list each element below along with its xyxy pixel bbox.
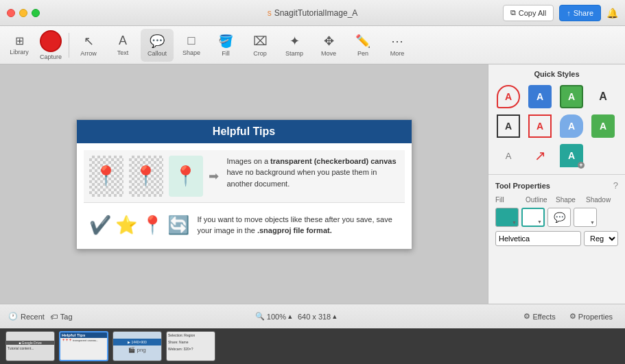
style-item-4[interactable]: A [590, 84, 616, 110]
canvas-row-1: 📍 📍 📍 ➡ Images on a transparent (checker… [84, 150, 405, 203]
fill-color-swatch[interactable] [495, 208, 519, 227]
thumb-4-inner: Selection: Region Share: Name Webcam: 32… [167, 332, 215, 361]
shadow-swatch[interactable] [574, 208, 597, 227]
icon-row-2: ✔️ ⭐ 📍 🔄 [89, 214, 189, 236]
style-item-2[interactable]: A [527, 84, 553, 110]
library-icon: ⊞ [15, 34, 24, 47]
thumbnail-2[interactable]: Helpful Tips 📍📍📍 transparent canvas... [59, 331, 108, 361]
style-item-5[interactable]: A [495, 113, 521, 139]
style-red-border-a: A [528, 114, 552, 138]
style-item-7[interactable]: A [558, 113, 585, 139]
font-style-select[interactable]: Regular [584, 231, 618, 246]
text-tool[interactable]: A Text [106, 29, 139, 62]
style-item-9[interactable]: A [495, 143, 521, 169]
fill-tool[interactable]: 🪣 Fill [209, 29, 242, 62]
minimize-button[interactable] [19, 9, 27, 17]
star-icon: ⭐ [115, 215, 137, 236]
style-plain-a: A [599, 90, 607, 103]
move-tool[interactable]: ✥ Move [312, 29, 345, 62]
zoom-control[interactable]: 🔍 100% ▴ [255, 312, 292, 321]
shape-tool[interactable]: □ Shape [175, 29, 208, 62]
quick-styles-title: Quick Styles [495, 70, 618, 78]
share-button[interactable]: ↑ Share [559, 5, 601, 21]
callout-icon: 💬 [150, 34, 165, 49]
outline-label: Outline [526, 196, 553, 204]
library-button[interactable]: ⊞ Library [4, 29, 34, 62]
canvas-row-2: ✔️ ⭐ 📍 🔄 If you want to move objects lik… [84, 208, 405, 242]
text-icon: A [119, 34, 127, 48]
close-button[interactable] [7, 9, 15, 17]
checkmark-icon: ✔️ [89, 215, 111, 236]
copy-all-button[interactable]: ⧉ Copy All [503, 5, 554, 21]
clock-icon: 🕐 [8, 312, 18, 321]
pin-icon: 📍 [141, 215, 163, 236]
font-family-select[interactable]: Helvetica [495, 231, 581, 246]
canvas-area[interactable]: Helpful Tips 📍 📍 📍 [0, 64, 488, 304]
style-item-8[interactable]: A [590, 113, 616, 139]
canvas-text-1: Images on a transparent (checkerboard) c… [227, 156, 399, 197]
properties-button[interactable]: ⚙ Properties [565, 311, 617, 322]
thumbnails-bar: ■ Google Drive Tutorial content... Helpf… [0, 328, 625, 364]
style-bordered-a: A [497, 114, 520, 138]
more-icon: ⋯ [391, 34, 403, 49]
zoom-icon: 🔍 [255, 312, 265, 321]
effects-button[interactable]: ⚙ Effects [519, 311, 559, 322]
capture-button[interactable]: Capture [36, 29, 66, 62]
tool-properties-section: Tool Properties ? Fill Outline Shape Sha… [488, 175, 625, 254]
tool-properties-title: Tool Properties [495, 182, 550, 190]
shadow-label: Shadow [586, 196, 613, 204]
right-panel: Quick Styles A A A A A A [488, 64, 625, 304]
arrow-tool[interactable]: ↖ Arrow [72, 29, 105, 62]
fill-icon: 🪣 [218, 34, 233, 49]
canvas-header: Helpful Tips [77, 120, 412, 143]
transparent-icon-2: 📍 [129, 156, 163, 197]
maximize-button[interactable] [32, 9, 40, 17]
recent-tab[interactable]: 🕐 Recent [8, 312, 45, 321]
toolbar-divider [69, 33, 69, 58]
thumbnail-3[interactable]: ▶ 1440×900 🎬 png [113, 331, 162, 361]
arrow-icon: ↖ [84, 34, 94, 49]
transparent-icon-3: 📍 [169, 156, 203, 197]
titlebar-actions: ⧉ Copy All ↑ Share 🔔 [503, 5, 618, 21]
help-button[interactable]: ? [613, 180, 618, 191]
thumbnail-1[interactable]: ■ Google Drive Tutorial content... [5, 331, 55, 361]
canvas-text-2: If you want to move objects like these a… [198, 214, 399, 236]
stamp-tool[interactable]: ✦ Stamp [278, 29, 311, 62]
thumb-2-inner: Helpful Tips 📍📍📍 transparent canvas... [60, 332, 107, 360]
style-bubble-blue: A [528, 85, 552, 108]
pen-tool[interactable]: ✏️ Pen [346, 29, 379, 62]
style-bubble-teal: A [560, 144, 583, 167]
tag-tab[interactable]: 🏷 Tag [50, 313, 73, 321]
callout-tool[interactable]: 💬 Callout [141, 29, 174, 62]
props-header: Tool Properties ? [495, 180, 618, 191]
share-icon: ↑ [567, 9, 571, 17]
tag-icon: 🏷 [50, 313, 58, 321]
statusbar: 🕐 Recent 🏷 Tag 🔍 100% ▴ 640 x 318 ▴ ⚙ Ef… [0, 304, 625, 328]
dims-arrow-icon: ▴ [333, 312, 337, 321]
effects-icon: ⚙ [523, 312, 530, 321]
crop-tool[interactable]: ⌧ Crop [244, 29, 276, 62]
thumbnail-4[interactable]: Selection: Region Share: Name Webcam: 32… [166, 331, 215, 361]
style-arrow-red: ↗ [528, 144, 552, 167]
style-item-1[interactable]: A [495, 84, 521, 110]
quick-styles-grid: A A A A A A A [495, 84, 618, 169]
outline-color-swatch[interactable] [521, 208, 545, 227]
canvas-image: Helpful Tips 📍 📍 📍 [76, 119, 412, 250]
more-tool[interactable]: ⋯ More [381, 29, 414, 62]
traffic-lights [7, 9, 40, 17]
style-item-10[interactable]: ↗ [527, 143, 553, 169]
notification-bell-icon[interactable]: 🔔 [606, 8, 618, 19]
shape-picker[interactable]: 💬 [547, 208, 571, 227]
shape-icon: □ [188, 34, 196, 48]
dimensions-control[interactable]: 640 x 318 ▴ [298, 312, 337, 321]
zoom-arrow-icon: ▴ [288, 312, 292, 321]
main-area: Helpful Tips 📍 📍 📍 [0, 64, 625, 304]
font-row: Helvetica Regular [495, 231, 618, 246]
toolbar: ⊞ Library Capture ↖ Arrow A Text 💬 Callo… [0, 26, 625, 64]
transparent-icon-1: 📍 [89, 156, 123, 197]
crop-icon: ⌧ [253, 34, 268, 49]
style-item-3[interactable]: A [558, 84, 585, 110]
titlebar: s SnagitTutorialImage_A ⧉ Copy All ↑ Sha… [0, 0, 625, 26]
style-item-6[interactable]: A [527, 113, 553, 139]
style-item-11[interactable]: A [558, 143, 585, 169]
